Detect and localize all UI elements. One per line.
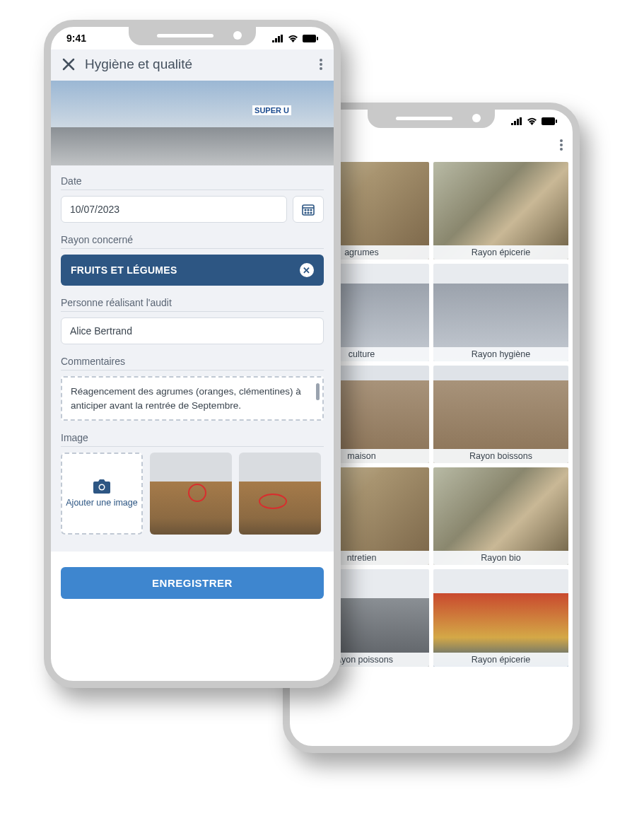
rayon-value: FRUITS ET LÉGUMES	[71, 264, 177, 276]
more-icon[interactable]	[560, 139, 563, 151]
field-comments: Commentaires Réagencement des agrumes (o…	[61, 351, 324, 421]
gallery-item[interactable]: Rayon hygiène	[433, 264, 568, 361]
svg-point-24	[308, 212, 309, 214]
svg-point-17	[320, 67, 322, 70]
svg-point-20	[305, 209, 306, 211]
image-thumbnail[interactable]	[239, 453, 321, 535]
svg-rect-4	[542, 117, 555, 125]
person-label: Personne réalisant l'audit	[61, 293, 324, 312]
person-input[interactable]: Alice Bertrand	[61, 317, 324, 344]
clear-icon[interactable]: ✕	[300, 263, 314, 277]
svg-rect-12	[281, 35, 283, 42]
svg-point-23	[305, 212, 306, 214]
form-content: Date 10/07/2023 Rayon concerné FRUITS ET…	[51, 165, 334, 552]
gallery-item[interactable]: Rayon bio	[433, 467, 568, 565]
field-rayon: Rayon concerné FRUITS ET LÉGUMES ✕	[61, 230, 324, 286]
status-time: 9:41	[66, 33, 86, 44]
calendar-button[interactable]	[293, 196, 324, 223]
gallery-caption: Rayon hygiène	[433, 347, 568, 361]
camera-icon	[93, 479, 110, 494]
svg-rect-9	[272, 40, 274, 42]
field-person: Personne réalisant l'audit Alice Bertran…	[61, 293, 324, 344]
svg-rect-5	[556, 119, 557, 123]
gallery-item[interactable]: Rayon épicerie	[433, 162, 568, 259]
wifi-icon	[288, 35, 298, 42]
page-title: Hygiène et qualité	[85, 57, 310, 72]
annotation-mark	[259, 494, 287, 509]
svg-rect-11	[278, 36, 280, 42]
svg-rect-14	[317, 37, 318, 40]
image-label: Image	[61, 428, 324, 447]
more-icon[interactable]	[320, 59, 322, 70]
app-header: Hygiène et qualité	[51, 49, 334, 81]
battery-icon	[542, 117, 557, 125]
svg-point-27	[100, 485, 104, 489]
svg-rect-13	[303, 35, 316, 42]
svg-rect-10	[275, 38, 277, 42]
date-label: Date	[61, 171, 324, 190]
close-icon[interactable]	[62, 58, 75, 71]
gallery-caption: Rayon épicerie	[433, 245, 568, 259]
svg-rect-2	[517, 119, 519, 125]
gallery-caption: Rayon épicerie	[433, 653, 568, 667]
save-button[interactable]: ENREGISTRER	[61, 567, 324, 599]
field-date: Date 10/07/2023	[61, 171, 324, 223]
comments-label: Commentaires	[61, 351, 324, 371]
svg-rect-0	[511, 123, 513, 125]
field-image: Image Ajouter une image	[61, 428, 324, 535]
rayon-label: Rayon concerné	[61, 230, 324, 249]
phone-front: 9:41 Hygiène et qualité Date 10/07/2023 …	[44, 20, 341, 688]
svg-rect-1	[514, 121, 516, 125]
svg-point-16	[320, 63, 322, 66]
scrollbar[interactable]	[316, 383, 320, 400]
svg-rect-3	[520, 117, 522, 125]
add-image-label: Ajouter une image	[66, 498, 137, 508]
gallery-caption: Rayon bio	[433, 551, 568, 565]
calendar-icon	[301, 202, 315, 216]
gallery-item[interactable]: Rayon boissons	[433, 366, 568, 463]
gallery-caption: Rayon boissons	[433, 449, 568, 463]
phone-notch	[129, 25, 256, 45]
gallery-item[interactable]: Rayon épicerie	[433, 569, 568, 667]
add-image-button[interactable]: Ajouter une image	[61, 453, 143, 535]
signal-icon	[511, 117, 522, 125]
date-input[interactable]: 10/07/2023	[61, 196, 287, 223]
phone-notch	[368, 108, 495, 128]
battery-icon	[303, 35, 318, 42]
hero-image	[51, 81, 334, 165]
svg-point-25	[310, 212, 312, 214]
image-thumbnail[interactable]	[150, 453, 232, 535]
svg-point-22	[310, 209, 312, 211]
comments-textarea[interactable]: Réagencement des agrumes (oranges, cléme…	[61, 376, 324, 421]
signal-icon	[272, 35, 283, 42]
svg-point-21	[308, 209, 309, 211]
svg-point-6	[560, 139, 563, 142]
rayon-chip[interactable]: FRUITS ET LÉGUMES ✕	[61, 255, 324, 286]
svg-point-15	[320, 59, 322, 62]
svg-point-8	[560, 148, 563, 151]
wifi-icon	[527, 117, 537, 125]
comments-value: Réagencement des agrumes (oranges, cléme…	[71, 386, 301, 411]
svg-point-7	[560, 144, 563, 146]
annotation-mark	[188, 484, 206, 502]
